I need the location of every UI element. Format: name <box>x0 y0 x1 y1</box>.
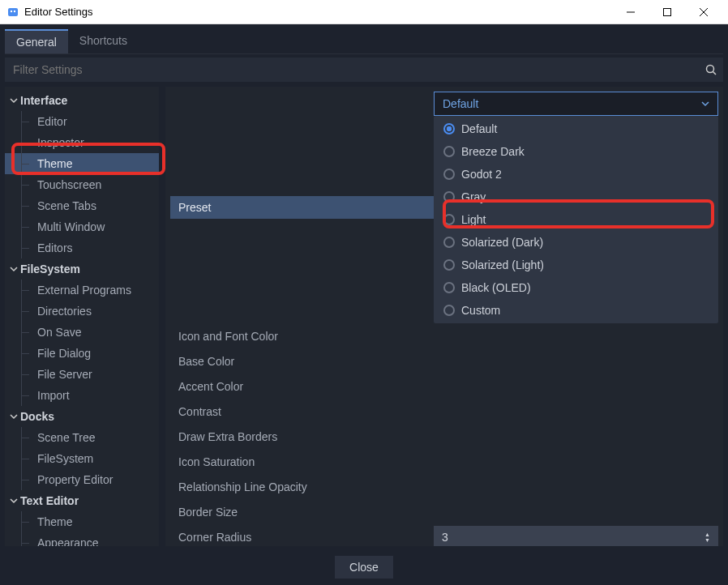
section-docks[interactable]: Docks <box>5 406 159 427</box>
preset-option-breeze-dark[interactable]: Breeze Dark <box>435 140 717 163</box>
corner-radius-spinner[interactable]: 3 ▲▼ <box>434 526 718 546</box>
radio-icon <box>443 237 455 248</box>
chevron-down-icon <box>10 265 18 273</box>
window-title: Editor Settings <box>24 6 612 18</box>
section-interface[interactable]: Interface <box>5 90 159 111</box>
sidebar-item-import[interactable]: Import <box>5 385 159 406</box>
prop-preset-label: Preset <box>170 196 434 219</box>
sidebar-item-scene-tabs[interactable]: Scene Tabs <box>5 195 159 216</box>
filter-bar <box>5 58 723 82</box>
sidebar-item-editors[interactable]: Editors <box>5 237 159 258</box>
maximize-button[interactable] <box>649 1 685 23</box>
radio-icon <box>443 123 455 135</box>
filter-input[interactable] <box>5 58 699 81</box>
prop-draw-extra-borders: Draw Extra Borders <box>170 425 434 448</box>
corner-radius-value: 3 <box>442 531 448 544</box>
spinner-arrows-icon: ▲▼ <box>704 532 710 543</box>
radio-icon <box>443 214 455 225</box>
preset-option-solarized-light[interactable]: Solarized (Light) <box>435 254 717 276</box>
preset-option-solarized-dark[interactable]: Solarized (Dark) <box>435 231 717 254</box>
svg-rect-4 <box>663 8 670 15</box>
sidebar-item-editor[interactable]: Editor <box>5 111 159 132</box>
section-filesystem[interactable]: FileSystem <box>5 258 159 280</box>
sidebar-item-te-theme[interactable]: Theme <box>5 511 159 532</box>
svg-line-8 <box>713 72 717 75</box>
prop-contrast: Contrast <box>170 400 434 423</box>
svg-rect-0 <box>8 8 18 16</box>
minimize-button[interactable] <box>612 1 649 23</box>
tab-general[interactable]: General <box>5 29 68 53</box>
preset-option-custom[interactable]: Custom <box>435 299 717 322</box>
sidebar-item-theme[interactable]: Theme <box>5 153 159 174</box>
search-icon[interactable] <box>699 64 723 75</box>
sidebar-item-touchscreen[interactable]: Touchscreen <box>5 174 159 195</box>
radio-icon <box>443 305 455 316</box>
preset-dropdown[interactable]: Default <box>434 92 718 116</box>
content-panel: Preset Default Default Breeze Dark Godot… <box>165 87 723 546</box>
app-icon <box>6 6 19 19</box>
close-button[interactable]: Close <box>335 556 393 579</box>
sidebar: Interface Editor Inspector Theme Touchsc… <box>5 87 159 546</box>
chevron-down-icon <box>10 497 18 505</box>
preset-dropdown-list: Default Breeze Dark Godot 2 Gray Light S… <box>434 116 718 323</box>
radio-icon <box>443 191 455 203</box>
preset-dropdown-value: Default <box>443 97 478 110</box>
prop-corner-radius: Corner Radius <box>170 526 434 546</box>
titlebar: Editor Settings <box>0 0 728 24</box>
chevron-down-icon <box>10 412 18 421</box>
sidebar-item-appearance[interactable]: Appearance <box>5 532 159 546</box>
sidebar-item-filesystem[interactable]: FileSystem <box>5 448 159 469</box>
preset-option-light[interactable]: Light <box>435 208 717 231</box>
preset-option-gray[interactable]: Gray <box>435 186 717 208</box>
sidebar-item-property-editor[interactable]: Property Editor <box>5 469 159 490</box>
preset-option-default[interactable]: Default <box>435 117 717 140</box>
sidebar-item-external-programs[interactable]: External Programs <box>5 280 159 301</box>
sidebar-item-multi-window[interactable]: Multi Window <box>5 216 159 237</box>
radio-icon <box>443 259 455 271</box>
sidebar-item-scene-tree[interactable]: Scene Tree <box>5 427 159 448</box>
preset-option-godot2[interactable]: Godot 2 <box>435 163 717 186</box>
section-filesystem-label: FileSystem <box>20 263 80 275</box>
radio-icon <box>443 282 455 293</box>
chevron-down-icon <box>10 96 18 105</box>
tab-shortcuts[interactable]: Shortcuts <box>68 29 139 53</box>
prop-base-color: Base Color <box>170 350 434 373</box>
preset-option-black-oled[interactable]: Black (OLED) <box>435 276 717 299</box>
section-text-editor-label: Text Editor <box>20 494 79 507</box>
section-docks-label: Docks <box>20 410 54 423</box>
section-text-editor[interactable]: Text Editor <box>5 490 159 511</box>
svg-point-2 <box>14 10 15 11</box>
sidebar-item-inspector[interactable]: Inspector <box>5 132 159 153</box>
sidebar-item-file-dialog[interactable]: File Dialog <box>5 343 159 364</box>
radio-icon <box>443 146 455 157</box>
sidebar-item-file-server[interactable]: File Server <box>5 364 159 385</box>
prop-accent-color: Accent Color <box>170 375 434 398</box>
close-window-button[interactable] <box>685 1 722 23</box>
sidebar-item-on-save[interactable]: On Save <box>5 322 159 343</box>
radio-icon <box>443 169 455 180</box>
chevron-down-icon <box>701 100 709 108</box>
prop-border-size: Border Size <box>170 501 434 523</box>
tabs: General Shortcuts <box>5 29 723 54</box>
svg-point-1 <box>11 10 12 11</box>
section-interface-label: Interface <box>20 94 67 107</box>
prop-icon-font-color: Icon and Font Color <box>170 325 434 348</box>
svg-point-7 <box>707 66 714 73</box>
prop-icon-saturation: Icon Saturation <box>170 450 434 473</box>
sidebar-item-directories[interactable]: Directories <box>5 301 159 322</box>
prop-relationship-line-opacity: Relationship Line Opacity <box>170 476 434 498</box>
